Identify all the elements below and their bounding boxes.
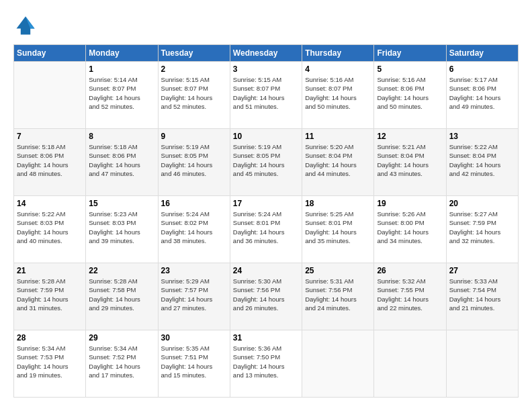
- day-number: 3: [233, 64, 299, 74]
- day-info: Sunrise: 5:27 AM Sunset: 7:59 PM Dayligh…: [449, 210, 515, 245]
- day-number: 31: [233, 333, 299, 342]
- day-info: Sunrise: 5:24 AM Sunset: 8:01 PM Dayligh…: [233, 210, 299, 245]
- day-info: Sunrise: 5:19 AM Sunset: 8:05 PM Dayligh…: [233, 142, 299, 178]
- day-number: 16: [161, 199, 227, 208]
- day-info: Sunrise: 5:21 AM Sunset: 8:04 PM Dayligh…: [377, 142, 443, 178]
- calendar-week-1: 1Sunrise: 5:14 AM Sunset: 8:07 PM Daylig…: [14, 62, 519, 129]
- day-info: Sunrise: 5:35 AM Sunset: 7:51 PM Dayligh…: [161, 344, 227, 379]
- calendar-header-row: SundayMondayTuesdayWednesdayThursdayFrid…: [14, 45, 519, 62]
- day-info: Sunrise: 5:32 AM Sunset: 7:55 PM Dayligh…: [377, 277, 443, 312]
- day-number: 19: [377, 199, 443, 208]
- day-number: 28: [17, 333, 83, 342]
- calendar-cell: 3Sunrise: 5:15 AM Sunset: 8:07 PM Daylig…: [230, 62, 302, 129]
- column-header-monday: Monday: [86, 45, 158, 62]
- day-number: 9: [161, 132, 227, 141]
- column-header-friday: Friday: [374, 45, 446, 62]
- calendar-cell: 8Sunrise: 5:18 AM Sunset: 8:06 PM Daylig…: [86, 129, 158, 196]
- calendar-cell: 21Sunrise: 5:28 AM Sunset: 7:59 PM Dayli…: [14, 263, 86, 330]
- day-info: Sunrise: 5:18 AM Sunset: 8:06 PM Dayligh…: [89, 142, 154, 178]
- calendar-cell: [446, 330, 518, 398]
- day-number: 24: [233, 266, 299, 275]
- calendar-week-3: 14Sunrise: 5:22 AM Sunset: 8:03 PM Dayli…: [14, 196, 519, 263]
- day-info: Sunrise: 5:17 AM Sunset: 8:06 PM Dayligh…: [449, 75, 515, 111]
- calendar-cell: 9Sunrise: 5:19 AM Sunset: 8:05 PM Daylig…: [158, 129, 230, 196]
- day-info: Sunrise: 5:23 AM Sunset: 8:03 PM Dayligh…: [89, 210, 154, 245]
- day-number: 1: [89, 64, 154, 74]
- day-info: Sunrise: 5:34 AM Sunset: 7:53 PM Dayligh…: [17, 344, 83, 379]
- day-number: 30: [161, 333, 227, 342]
- calendar-cell: [302, 330, 374, 398]
- calendar-cell: 4Sunrise: 5:16 AM Sunset: 8:07 PM Daylig…: [302, 62, 374, 129]
- day-info: Sunrise: 5:19 AM Sunset: 8:05 PM Dayligh…: [161, 142, 227, 178]
- calendar-cell: 24Sunrise: 5:30 AM Sunset: 7:56 PM Dayli…: [230, 263, 302, 330]
- day-info: Sunrise: 5:24 AM Sunset: 8:02 PM Dayligh…: [161, 210, 227, 245]
- calendar-cell: 29Sunrise: 5:34 AM Sunset: 7:52 PM Dayli…: [86, 330, 158, 398]
- day-number: 12: [377, 132, 443, 141]
- day-number: 11: [305, 132, 371, 141]
- calendar-cell: 27Sunrise: 5:33 AM Sunset: 7:54 PM Dayli…: [446, 263, 518, 330]
- column-header-thursday: Thursday: [302, 45, 374, 62]
- calendar-cell: 6Sunrise: 5:17 AM Sunset: 8:06 PM Daylig…: [446, 62, 518, 129]
- day-number: 10: [233, 132, 299, 141]
- column-header-sunday: Sunday: [14, 45, 86, 62]
- calendar-cell: 12Sunrise: 5:21 AM Sunset: 8:04 PM Dayli…: [374, 129, 446, 196]
- day-number: 2: [161, 64, 227, 74]
- day-number: 5: [377, 64, 443, 74]
- calendar-week-2: 7Sunrise: 5:18 AM Sunset: 8:06 PM Daylig…: [14, 129, 519, 196]
- calendar-cell: 18Sunrise: 5:25 AM Sunset: 8:01 PM Dayli…: [302, 196, 374, 263]
- day-info: Sunrise: 5:33 AM Sunset: 7:54 PM Dayligh…: [449, 277, 515, 312]
- day-info: Sunrise: 5:30 AM Sunset: 7:56 PM Dayligh…: [233, 277, 299, 312]
- day-number: 18: [305, 199, 371, 208]
- calendar-cell: 30Sunrise: 5:35 AM Sunset: 7:51 PM Dayli…: [158, 330, 230, 398]
- day-info: Sunrise: 5:15 AM Sunset: 8:07 PM Dayligh…: [161, 75, 227, 111]
- calendar-cell: 31Sunrise: 5:36 AM Sunset: 7:50 PM Dayli…: [230, 330, 302, 398]
- day-number: 6: [449, 64, 515, 74]
- day-info: Sunrise: 5:26 AM Sunset: 8:00 PM Dayligh…: [377, 210, 443, 245]
- day-number: 25: [305, 266, 371, 275]
- day-number: 7: [17, 132, 83, 141]
- day-number: 15: [89, 199, 154, 208]
- day-info: Sunrise: 5:31 AM Sunset: 7:56 PM Dayligh…: [305, 277, 371, 312]
- calendar-cell: 17Sunrise: 5:24 AM Sunset: 8:01 PM Dayli…: [230, 196, 302, 263]
- logo-icon: [13, 13, 38, 38]
- day-info: Sunrise: 5:20 AM Sunset: 8:04 PM Dayligh…: [305, 142, 371, 178]
- day-number: 17: [233, 199, 299, 208]
- calendar-cell: 1Sunrise: 5:14 AM Sunset: 8:07 PM Daylig…: [86, 62, 158, 129]
- day-number: 29: [89, 333, 154, 342]
- calendar-cell: 2Sunrise: 5:15 AM Sunset: 8:07 PM Daylig…: [158, 62, 230, 129]
- day-number: 21: [17, 266, 83, 275]
- day-info: Sunrise: 5:15 AM Sunset: 8:07 PM Dayligh…: [233, 75, 299, 111]
- calendar-cell: 16Sunrise: 5:24 AM Sunset: 8:02 PM Dayli…: [158, 196, 230, 263]
- column-header-saturday: Saturday: [446, 45, 518, 62]
- calendar-cell: [14, 62, 86, 129]
- day-number: 27: [449, 266, 515, 275]
- day-number: 22: [89, 266, 154, 275]
- calendar-week-5: 28Sunrise: 5:34 AM Sunset: 7:53 PM Dayli…: [14, 330, 519, 398]
- day-number: 26: [377, 266, 443, 275]
- day-info: Sunrise: 5:28 AM Sunset: 7:59 PM Dayligh…: [17, 277, 83, 312]
- calendar-cell: 11Sunrise: 5:20 AM Sunset: 8:04 PM Dayli…: [302, 129, 374, 196]
- day-number: 13: [449, 132, 515, 141]
- day-info: Sunrise: 5:16 AM Sunset: 8:06 PM Dayligh…: [377, 75, 443, 111]
- calendar-cell: 7Sunrise: 5:18 AM Sunset: 8:06 PM Daylig…: [14, 129, 86, 196]
- calendar-cell: 10Sunrise: 5:19 AM Sunset: 8:05 PM Dayli…: [230, 129, 302, 196]
- day-info: Sunrise: 5:18 AM Sunset: 8:06 PM Dayligh…: [17, 142, 83, 178]
- day-info: Sunrise: 5:34 AM Sunset: 7:52 PM Dayligh…: [89, 344, 154, 379]
- logo: [13, 13, 40, 38]
- day-info: Sunrise: 5:28 AM Sunset: 7:58 PM Dayligh…: [89, 277, 154, 312]
- day-number: 20: [449, 199, 515, 208]
- day-info: Sunrise: 5:36 AM Sunset: 7:50 PM Dayligh…: [233, 344, 299, 379]
- calendar-cell: 15Sunrise: 5:23 AM Sunset: 8:03 PM Dayli…: [86, 196, 158, 263]
- calendar-cell: 23Sunrise: 5:29 AM Sunset: 7:57 PM Dayli…: [158, 263, 230, 330]
- day-number: 4: [305, 64, 371, 74]
- calendar-table: SundayMondayTuesdayWednesdayThursdayFrid…: [13, 44, 519, 398]
- calendar-cell: 5Sunrise: 5:16 AM Sunset: 8:06 PM Daylig…: [374, 62, 446, 129]
- calendar-cell: 19Sunrise: 5:26 AM Sunset: 8:00 PM Dayli…: [374, 196, 446, 263]
- calendar-cell: 14Sunrise: 5:22 AM Sunset: 8:03 PM Dayli…: [14, 196, 86, 263]
- header: [13, 13, 519, 38]
- day-info: Sunrise: 5:14 AM Sunset: 8:07 PM Dayligh…: [89, 75, 154, 111]
- day-info: Sunrise: 5:22 AM Sunset: 8:03 PM Dayligh…: [17, 210, 83, 245]
- calendar-cell: 25Sunrise: 5:31 AM Sunset: 7:56 PM Dayli…: [302, 263, 374, 330]
- day-info: Sunrise: 5:25 AM Sunset: 8:01 PM Dayligh…: [305, 210, 371, 245]
- calendar-cell: 28Sunrise: 5:34 AM Sunset: 7:53 PM Dayli…: [14, 330, 86, 398]
